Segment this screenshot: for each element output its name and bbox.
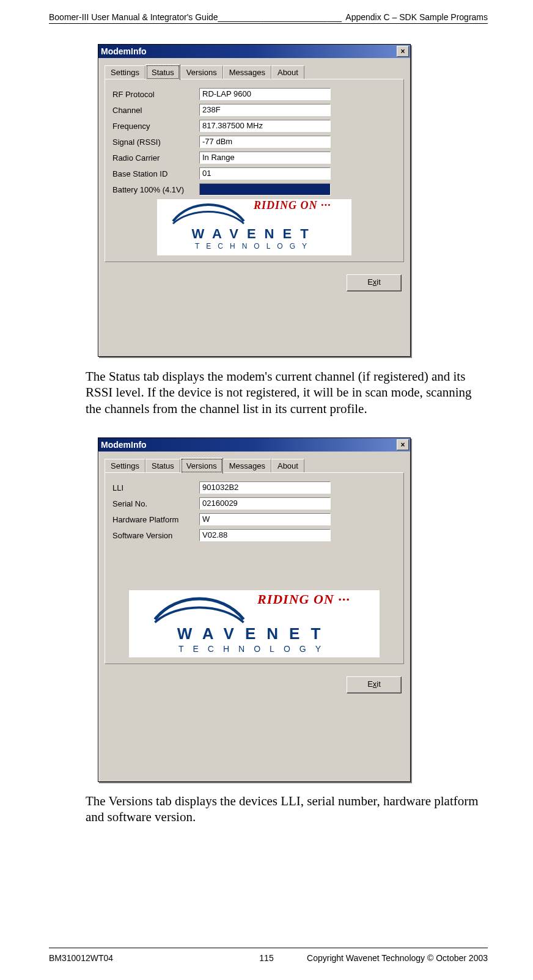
- logo-wavenet-text: WAVENET: [129, 624, 380, 643]
- field[interactable]: In Range: [199, 152, 331, 164]
- tab-status[interactable]: Status: [145, 459, 180, 472]
- close-icon[interactable]: ×: [397, 46, 409, 57]
- tab-bar: Settings Status Versions Messages About: [105, 458, 404, 472]
- row-battery: Battery 100% (4.1V): [112, 183, 396, 196]
- tab-settings[interactable]: Settings: [105, 459, 145, 472]
- paragraph-status: The Status tab displays the modem's curr…: [86, 368, 490, 417]
- label: LLI: [112, 483, 199, 492]
- label: Battery 100% (4.1V): [112, 185, 199, 194]
- logo-swoosh-icon: [153, 596, 245, 626]
- row-frequency: Frequency 817.387500 MHz: [112, 120, 396, 132]
- row-software-version: Software Version V02.88: [112, 529, 396, 541]
- wavenet-logo: RIDING ON ··· WAVENET TECHNOLOGY: [157, 199, 351, 255]
- label: RF Protocol: [112, 90, 199, 99]
- field[interactable]: RD-LAP 9600: [199, 88, 331, 100]
- exit-button[interactable]: Exit: [347, 274, 402, 291]
- wavenet-logo: RIDING ON ··· WAVENET TECHNOLOGY: [129, 590, 380, 657]
- field[interactable]: -77 dBm: [199, 136, 331, 148]
- exit-row: Exit: [98, 670, 410, 702]
- logo-technology-text: TECHNOLOGY: [157, 242, 351, 250]
- row-signal-rssi: Signal (RSSI) -77 dBm: [112, 136, 396, 148]
- field[interactable]: [199, 183, 331, 196]
- tab-versions[interactable]: Versions: [180, 458, 223, 474]
- header-rule: [49, 23, 488, 24]
- row-radio-carrier: Radio Carrier In Range: [112, 152, 396, 164]
- tab-settings[interactable]: Settings: [105, 65, 145, 79]
- exit-button[interactable]: Exit: [347, 676, 402, 693]
- row-rf-protocol: RF Protocol RD-LAP 9600: [112, 88, 396, 100]
- label: Hardware Platform: [112, 515, 199, 524]
- label: Frequency: [112, 122, 199, 131]
- footer-rule: [49, 948, 488, 948]
- row-base-station-id: Base Station ID 01: [112, 167, 396, 180]
- header-left: Boomer-III User Manual & Integrator's Gu…: [49, 12, 342, 22]
- titlebar[interactable]: ModemInfo ×: [98, 438, 410, 452]
- field[interactable]: 238F: [199, 104, 331, 116]
- tab-messages[interactable]: Messages: [223, 459, 271, 472]
- tab-panel-status: RF Protocol RD-LAP 9600 Channel 238F Fre…: [105, 79, 404, 262]
- row-serial-no: Serial No. 02160029: [112, 497, 396, 510]
- label: Radio Carrier: [112, 153, 199, 163]
- title-text: ModemInfo: [101, 440, 147, 450]
- tab-about[interactable]: About: [271, 65, 304, 79]
- label: Channel: [112, 106, 199, 115]
- label: Software Version: [112, 531, 199, 540]
- row-lli: LLI 901032B2: [112, 481, 396, 494]
- exit-row: Exit: [98, 268, 410, 300]
- tab-status[interactable]: Status: [145, 64, 180, 80]
- logo-swoosh-icon: [172, 203, 245, 226]
- modeminfo-dialog-status: ModemInfo × Settings Status Versions Mes…: [98, 44, 411, 357]
- tab-versions[interactable]: Versions: [180, 65, 223, 79]
- field[interactable]: 01: [199, 167, 331, 180]
- field[interactable]: 817.387500 MHz: [199, 120, 331, 132]
- tab-panel-versions: LLI 901032B2 Serial No. 02160029 Hardwar…: [105, 472, 404, 664]
- field[interactable]: W: [199, 513, 331, 525]
- close-icon[interactable]: ×: [397, 439, 409, 450]
- label: Signal (RSSI): [112, 137, 199, 147]
- row-hardware-platform: Hardware Platform W: [112, 513, 396, 525]
- title-text: ModemInfo: [101, 46, 147, 56]
- logo-riding-text: RIDING ON ···: [257, 591, 350, 607]
- tab-about[interactable]: About: [271, 459, 304, 472]
- label: Base Station ID: [112, 169, 199, 178]
- logo-riding-text: RIDING ON ···: [254, 199, 331, 212]
- field[interactable]: 02160029: [199, 497, 331, 510]
- row-channel: Channel 238F: [112, 104, 396, 116]
- header-right: Appendix C – SDK Sample Programs: [345, 12, 488, 22]
- logo-wavenet-text: WAVENET: [157, 226, 351, 242]
- field[interactable]: 901032B2: [199, 481, 331, 494]
- tab-bar: Settings Status Versions Messages About: [105, 64, 404, 79]
- label: Serial No.: [112, 499, 199, 508]
- logo-technology-text: TECHNOLOGY: [129, 644, 380, 654]
- modeminfo-dialog-versions: ModemInfo × Settings Status Versions Mes…: [98, 437, 411, 782]
- titlebar[interactable]: ModemInfo ×: [98, 45, 410, 58]
- footer-right: Copyright Wavenet Technology © October 2…: [307, 953, 488, 963]
- field[interactable]: V02.88: [199, 529, 331, 541]
- tab-messages[interactable]: Messages: [223, 65, 271, 79]
- paragraph-versions: The Versions tab displays the devices LL…: [86, 793, 490, 825]
